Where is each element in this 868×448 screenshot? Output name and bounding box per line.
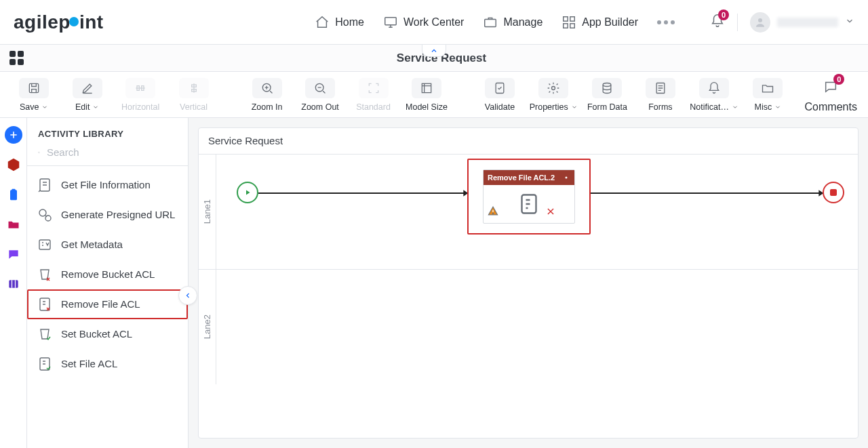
avatar <box>750 12 770 33</box>
tool-notifications[interactable]: Notificat… <box>690 78 738 112</box>
notifications-button[interactable]: 0 <box>710 14 725 31</box>
rail-folder-button[interactable] <box>5 216 22 233</box>
activity-item-set-file-acl[interactable]: Set File ACL <box>27 349 188 379</box>
person-icon <box>754 16 766 28</box>
user-menu[interactable] <box>750 12 854 33</box>
bucket-remove-icon <box>37 266 53 283</box>
tool-form-data[interactable]: Form Data <box>584 78 630 112</box>
activity-item-get-file-information[interactable]: Get File Information <box>27 170 188 200</box>
folder-icon <box>761 81 774 95</box>
rail-block-button[interactable] <box>5 275 22 293</box>
tool-model-size[interactable]: Model Size <box>403 78 450 112</box>
x-icon <box>546 207 555 219</box>
activity-item-remove-bucket-acl[interactable]: Remove Bucket ACL <box>27 260 188 289</box>
tool-edit-label: Edit <box>75 102 90 112</box>
apps-icon <box>561 15 576 30</box>
nav-workcenter[interactable]: Work Center <box>383 15 465 30</box>
dot-icon <box>671 20 675 24</box>
tool-zoom-out[interactable]: Zoom Out <box>297 78 343 112</box>
user-name-obscured <box>777 18 838 27</box>
tool-edit[interactable]: Edit <box>64 78 110 112</box>
gear-icon[interactable] <box>562 174 570 182</box>
svg-rect-14 <box>422 83 431 92</box>
gear-icon <box>547 81 560 95</box>
tool-misc[interactable]: Misc <box>745 78 791 112</box>
header-collapse-toggle[interactable] <box>422 45 446 57</box>
activity-item-remove-file-acl[interactable]: Remove File ACL <box>27 289 188 319</box>
app-switcher-button[interactable] <box>9 51 24 66</box>
activity-label: Get Metadata <box>61 239 123 251</box>
svg-point-24 <box>39 209 46 216</box>
monitor-icon <box>383 15 398 30</box>
metadata-icon <box>37 237 53 253</box>
activity-item-set-bucket-acl[interactable]: Set Bucket ACL <box>27 319 188 349</box>
tool-misc-label: Misc <box>754 102 772 112</box>
logo: agilep int <box>14 12 104 33</box>
svg-rect-21 <box>9 280 18 288</box>
tool-validate-label: Validate <box>485 102 515 112</box>
rail-chat-button[interactable] <box>5 245 22 263</box>
rail-clipboard-button[interactable] <box>5 186 22 203</box>
process-canvas[interactable]: Service Request Lane1 Remove Fil <box>198 127 859 439</box>
tool-horizontal: Horizontal <box>117 78 163 112</box>
tool-comments[interactable]: 0 Comments <box>805 77 857 113</box>
package-icon <box>6 157 21 172</box>
workspace: ACTIVITY LIBRARY Get File Information Ge… <box>0 118 868 448</box>
tool-validate[interactable]: Validate <box>477 78 523 112</box>
nav-manage[interactable]: Manage <box>483 15 542 30</box>
logo-text-left: agilep <box>14 12 71 33</box>
tool-vertical-label: Vertical <box>180 102 208 112</box>
activity-item-generate-presigned-url[interactable]: Generate Presigned URL <box>27 200 188 230</box>
folder-icon <box>6 218 21 231</box>
chat-icon <box>6 247 21 261</box>
link-gear-icon <box>37 207 53 223</box>
chevron-left-icon <box>184 291 192 300</box>
lane-2-flow <box>216 270 858 384</box>
start-node[interactable] <box>237 182 258 203</box>
activity-label: Remove Bucket ACL <box>61 268 155 281</box>
dot-icon <box>664 20 668 24</box>
nav-home-label: Home <box>335 16 364 28</box>
validate-icon <box>493 81 507 95</box>
comments-badge: 0 <box>833 74 844 85</box>
activity-node-remove-file-acl[interactable]: Remove File ACL.2 <box>467 159 591 235</box>
panel-collapse-button[interactable] <box>178 286 197 305</box>
nav-more-button[interactable] <box>657 20 675 24</box>
end-node[interactable] <box>823 182 844 203</box>
lane-2[interactable]: Lane2 <box>199 269 858 384</box>
connector-2[interactable] <box>591 192 823 194</box>
canvas-area: Service Request Lane1 Remove Fil <box>189 118 868 448</box>
bucket-check-icon <box>37 326 53 342</box>
tool-save[interactable]: Save <box>11 78 57 112</box>
svg-rect-3 <box>570 16 574 20</box>
chevron-down-icon <box>774 104 781 110</box>
save-icon <box>27 81 41 95</box>
nav-manage-label: Manage <box>503 16 542 28</box>
tool-save-label: Save <box>20 102 39 112</box>
svg-rect-5 <box>570 23 574 27</box>
plus-icon <box>8 129 19 140</box>
tool-properties[interactable]: Properties <box>530 78 577 112</box>
tool-forms-label: Forms <box>648 102 672 112</box>
left-rail <box>0 118 27 448</box>
file-info-icon <box>37 177 53 193</box>
activity-node-titlebar: Remove File ACL.2 <box>484 170 574 185</box>
search-input[interactable] <box>45 146 177 159</box>
nav-home[interactable]: Home <box>315 15 364 30</box>
play-icon <box>243 188 252 197</box>
nav-appbuilder[interactable]: App Builder <box>561 15 638 30</box>
activity-node-body <box>484 185 574 223</box>
tool-vertical: Vertical <box>170 78 216 112</box>
fit-standard-icon <box>367 81 380 95</box>
connector-1[interactable] <box>258 192 467 194</box>
activity-library-panel: ACTIVITY LIBRARY Get File Information Ge… <box>27 118 189 448</box>
rail-activities-button[interactable] <box>5 156 22 174</box>
tool-standard: Standard <box>350 78 396 112</box>
rail-add-button[interactable] <box>5 126 22 144</box>
tool-forms[interactable]: Forms <box>637 78 684 112</box>
tool-properties-label: Properties <box>530 102 568 112</box>
activity-search <box>27 146 188 166</box>
lane-1[interactable]: Lane1 Remove File ACL.2 <box>199 154 858 269</box>
tool-zoom-in[interactable]: Zoom In <box>243 78 290 112</box>
activity-item-get-metadata[interactable]: Get Metadata <box>27 230 188 260</box>
